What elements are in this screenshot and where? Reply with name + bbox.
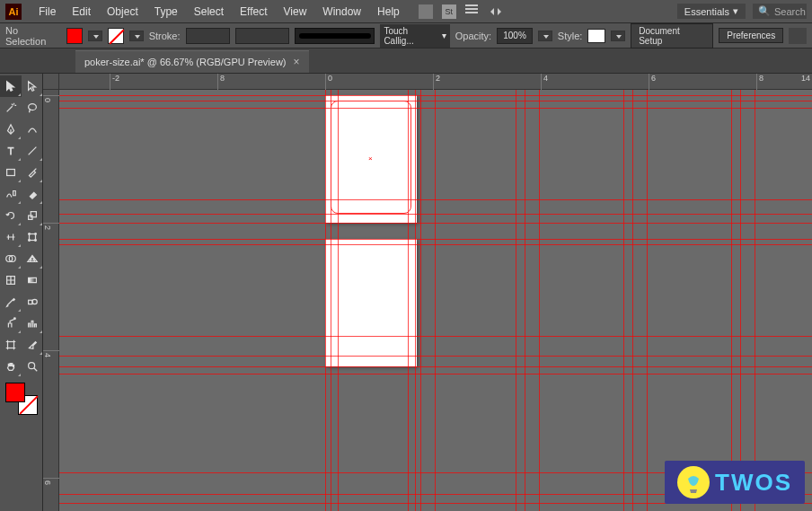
selection-tool[interactable] [0, 75, 22, 97]
ruler-tick: 8 [756, 74, 763, 90]
ruler-tick: 6 [649, 74, 656, 90]
type-tool[interactable] [0, 140, 22, 162]
workspace: -2 8 0 2 4 6 8 14 0 2 4 6 × [0, 74, 812, 511]
vertical-ruler[interactable]: 0 2 4 6 [43, 90, 59, 511]
align-panel-icon[interactable] [789, 28, 807, 44]
menu-select[interactable]: Select [186, 5, 232, 18]
preferences-button[interactable]: Preferences [719, 28, 783, 43]
guide-horizontal[interactable] [59, 244, 812, 245]
menu-view[interactable]: View [276, 5, 315, 18]
guide-horizontal[interactable] [59, 374, 812, 374]
stock-icon[interactable]: St [442, 4, 456, 19]
svg-point-8 [35, 240, 37, 242]
paintbrush-tool[interactable] [22, 162, 43, 183]
stroke-weight-input[interactable] [186, 28, 231, 44]
style-dropdown[interactable] [611, 31, 625, 41]
menu-window[interactable]: Window [314, 5, 369, 18]
fill-box[interactable] [5, 383, 25, 402]
document-setup-button[interactable]: Document Setup [631, 23, 713, 48]
perspective-grid-tool[interactable] [22, 248, 43, 269]
artboard[interactable] [325, 239, 417, 366]
guide-vertical[interactable] [435, 90, 436, 511]
guide-horizontal[interactable] [59, 366, 812, 367]
column-graph-tool[interactable] [22, 313, 43, 334]
guide-vertical[interactable] [632, 90, 633, 511]
menu-object[interactable]: Object [99, 5, 146, 18]
guide-vertical[interactable] [647, 90, 648, 511]
shape-builder-tool[interactable] [0, 248, 22, 269]
workspace-label: Essentials [684, 6, 729, 17]
menu-effect[interactable]: Effect [232, 5, 275, 18]
fill-color-swatch[interactable] [66, 28, 83, 44]
guide-vertical[interactable] [539, 90, 540, 511]
zoom-tool[interactable] [22, 356, 43, 377]
guide-vertical[interactable] [731, 90, 732, 511]
brush-name-dropdown[interactable]: Touch Callig... ▾ [380, 24, 449, 48]
opacity-input[interactable]: 100% [497, 28, 533, 44]
canvas[interactable]: × [59, 90, 812, 511]
bridge-icon[interactable] [419, 4, 433, 19]
guide-horizontal[interactable] [59, 223, 812, 224]
shaper-tool[interactable] [0, 183, 22, 205]
artboard-tool[interactable] [0, 334, 22, 356]
guide-horizontal[interactable] [59, 101, 812, 101]
menu-file[interactable]: File [31, 5, 64, 18]
stroke-color-swatch[interactable] [108, 28, 124, 44]
scale-tool[interactable] [22, 205, 43, 226]
document-tab[interactable]: poker-size.ai* @ 66.67% (RGB/GPU Preview… [75, 50, 309, 73]
menu-type[interactable]: Type [146, 5, 186, 18]
magic-wand-tool[interactable] [0, 97, 22, 119]
selection-status: No Selection [5, 25, 61, 47]
guide-horizontal[interactable] [59, 239, 812, 240]
graphic-style-swatch[interactable] [587, 29, 605, 43]
guide-horizontal[interactable] [59, 95, 812, 96]
style-label: Style: [558, 31, 583, 41]
menu-edit[interactable]: Edit [64, 5, 99, 18]
symbol-sprayer-tool[interactable] [0, 313, 22, 334]
fill-dropdown[interactable] [88, 31, 102, 41]
lasso-tool[interactable] [22, 97, 43, 119]
guide-vertical[interactable] [525, 90, 525, 511]
line-segment-tool[interactable] [22, 140, 43, 162]
free-transform-tool[interactable] [22, 226, 43, 248]
guide-vertical[interactable] [755, 90, 755, 511]
gpu-icon[interactable] [489, 4, 503, 19]
ruler-origin[interactable] [43, 74, 59, 90]
ruler-tick: 8 [217, 74, 225, 90]
opacity-dropdown[interactable] [538, 31, 552, 41]
variable-width-profile[interactable] [235, 28, 289, 44]
eraser-tool[interactable] [22, 183, 43, 205]
guide-horizontal[interactable] [59, 108, 812, 109]
guide-vertical[interactable] [325, 90, 326, 511]
width-tool[interactable] [0, 226, 22, 248]
rectangle-tool[interactable] [0, 162, 22, 183]
blend-tool[interactable] [22, 291, 43, 313]
menu-help[interactable]: Help [369, 5, 408, 18]
guide-horizontal[interactable] [59, 214, 812, 215]
curvature-tool[interactable] [22, 119, 43, 140]
slice-tool[interactable] [22, 334, 43, 356]
guide-vertical[interactable] [623, 90, 624, 511]
workspace-switcher[interactable]: Essentials ▾ [677, 4, 746, 19]
hand-tool[interactable] [0, 356, 22, 377]
guide-horizontal[interactable] [59, 336, 812, 337]
fill-stroke-indicator[interactable] [5, 383, 38, 415]
guide-horizontal[interactable] [59, 199, 812, 200]
gradient-tool[interactable] [22, 269, 43, 291]
stroke-dropdown[interactable] [129, 31, 144, 41]
rotate-tool[interactable] [0, 205, 22, 226]
search-input[interactable]: 🔍 Search [753, 4, 807, 19]
guide-vertical[interactable] [420, 90, 421, 511]
pen-tool[interactable] [0, 119, 22, 140]
guide-vertical[interactable] [740, 90, 741, 511]
arrange-documents-icon[interactable] [465, 4, 480, 19]
guide-vertical[interactable] [415, 90, 416, 511]
direct-selection-tool[interactable] [22, 75, 43, 97]
guide-vertical[interactable] [516, 90, 516, 511]
close-icon[interactable]: × [294, 56, 300, 68]
guide-horizontal[interactable] [59, 356, 812, 357]
brush-definition[interactable] [295, 28, 375, 44]
eyedropper-tool[interactable] [0, 291, 22, 313]
horizontal-ruler[interactable]: -2 8 0 2 4 6 8 14 [59, 74, 812, 90]
mesh-tool[interactable] [0, 269, 22, 291]
